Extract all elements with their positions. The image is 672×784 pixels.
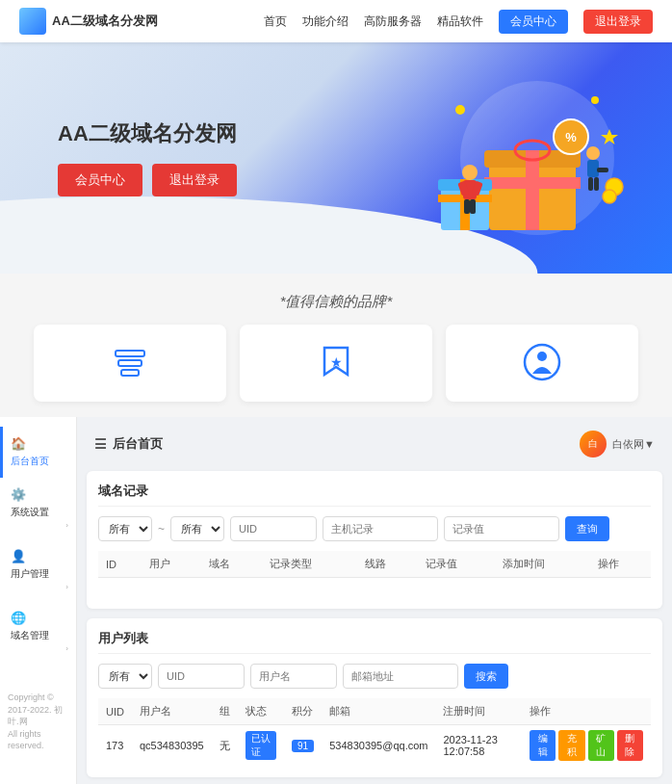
sidebar-label-settings: 系统设置 (11, 506, 49, 519)
user-filter-search-button[interactable]: 搜索 (464, 664, 508, 689)
user-col-status: 状态 (238, 698, 284, 725)
nav-software[interactable]: 精品软件 (437, 13, 483, 30)
user-username-cell: qc534830395 (132, 725, 212, 767)
domain-filter-uid[interactable] (230, 516, 317, 541)
user-col-username: 用户名 (132, 698, 212, 725)
avatar: 白 (580, 431, 607, 457)
navbar: AA二级域名分发网 首页 功能介绍 高防服务器 精品软件 会员中心 退出登录 (0, 0, 672, 42)
admin-page-title: 后台首页 (113, 435, 163, 453)
svg-point-29 (525, 345, 559, 379)
user-actions-cell: 编辑 充积 矿山 删除 (522, 725, 651, 767)
sidebar: 🏠 后台首页 ⚙️ 系统设置 › 👤 用户管理 › 🌐 域名管理 › Copyr… (0, 417, 77, 784)
user-list-section: 用户列表 所有 搜索 UID 用户名 组 状态 积分 (87, 618, 662, 777)
domain-filter-type1[interactable]: 所有 (98, 516, 152, 541)
recharge-button[interactable]: 充积 (558, 730, 584, 761)
delete-user-button[interactable]: 删除 (617, 730, 643, 761)
admin-avatar-group: 白 白依网▼ (580, 431, 655, 457)
user-col-group: 组 (212, 698, 238, 725)
svg-point-12 (455, 105, 465, 115)
user-filter-email[interactable] (343, 664, 458, 689)
sidebar-item-settings[interactable]: ⚙️ 系统设置 › (0, 478, 76, 539)
brand-title: *值得信赖的品牌* (19, 293, 653, 311)
admin-panel: 🏠 后台首页 ⚙️ 系统设置 › 👤 用户管理 › 🌐 域名管理 › Copyr… (0, 417, 672, 784)
user-status-cell: 已认证 (238, 725, 284, 767)
nav-server[interactable]: 高防服务器 (364, 13, 422, 30)
sidebar-label-dashboard: 后台首页 (11, 455, 49, 468)
settings-icon: ⚙️ (11, 487, 26, 502)
edit-user-button[interactable]: 编辑 (530, 730, 556, 761)
domain-icon: 🌐 (11, 611, 26, 625)
col-id: ID (98, 551, 142, 578)
hero-logout-button[interactable]: 退出登录 (152, 164, 237, 196)
nav-logout-button[interactable]: 退出登录 (583, 10, 653, 34)
brand-card-person (446, 325, 638, 402)
col-domain: 域名 (201, 551, 262, 578)
sidebar-item-dashboard[interactable]: 🏠 后台首页 (0, 427, 76, 478)
user-list-table: UID 用户名 组 状态 积分 邮箱 注册时间 操作 173 qc5348303… (98, 698, 651, 766)
svg-point-15 (462, 165, 478, 180)
user-email-cell: 534830395@qq.com (322, 725, 435, 767)
user-list-title: 用户列表 (98, 630, 651, 654)
user-col-action: 操作 (522, 698, 651, 725)
home-icon: 🏠 (11, 436, 26, 451)
domain-filter-value[interactable] (444, 516, 559, 541)
menu-icon: ☰ (94, 436, 107, 452)
domain-records-table-head: ID 用户 域名 记录类型 线路 记录值 添加时间 操作 (98, 551, 651, 578)
table-row: 173 qc534830395 无 已认证 91 534830395@qq.co… (98, 725, 651, 767)
svg-rect-3 (526, 150, 539, 230)
chevron-right-icon-2: › (65, 583, 68, 591)
hero-content: AA二级域名分发网 会员中心 退出登录 (0, 81, 295, 235)
brand-card-bookmark: ★ (240, 325, 432, 402)
hero-title: AA二级域名分发网 (58, 119, 237, 148)
user-col-uid: UID (98, 698, 132, 725)
col-user: 用户 (142, 551, 202, 578)
hero-member-button[interactable]: 会员中心 (58, 164, 142, 196)
hero-illustration: % (374, 62, 643, 254)
svg-rect-24 (588, 177, 593, 191)
score-badge: 91 (292, 740, 314, 752)
nav-links: 首页 功能介绍 高防服务器 精品软件 会员中心 退出登录 (264, 10, 653, 34)
domain-records-header-row: ID 用户 域名 记录类型 线路 记录值 添加时间 操作 (98, 551, 651, 578)
col-line: 线路 (357, 551, 418, 578)
sidebar-label-domains: 域名管理 (11, 629, 49, 642)
admin-username[interactable]: 白依网▼ (612, 437, 655, 452)
domain-filter-search-button[interactable]: 查询 (565, 516, 609, 541)
admin-header-title-group: ☰ 后台首页 (94, 435, 163, 453)
site-name: AA二级域名分发网 (52, 13, 158, 30)
status-badge: 已认证 (246, 731, 276, 760)
user-list-table-head: UID 用户名 组 状态 积分 邮箱 注册时间 操作 (98, 698, 651, 725)
svg-text:%: % (565, 130, 577, 144)
layers-icon (115, 350, 145, 377)
brand-card-layers (34, 325, 226, 402)
nav-member-button[interactable]: 会员中心 (499, 10, 568, 34)
brand-section: *值得信赖的品牌* ★ (0, 274, 672, 417)
col-value: 记录值 (418, 551, 496, 578)
domain-filter-host[interactable] (323, 516, 438, 541)
user-group-cell: 无 (212, 725, 238, 767)
sidebar-footer: Copyright © 2017-2022. 初叶.网 All rights r… (0, 682, 76, 762)
domain-records-table: ID 用户 域名 记录类型 线路 记录值 添加时间 操作 (98, 551, 651, 597)
sidebar-label-users: 用户管理 (11, 567, 49, 581)
user-filter-type[interactable]: 所有 (98, 664, 152, 689)
nav-home[interactable]: 首页 (264, 13, 287, 30)
sidebar-item-domains[interactable]: 🌐 域名管理 › (0, 601, 76, 663)
avatar-initials: 白 (588, 437, 598, 451)
admin-header: ☰ 后台首页 白 白依网▼ (87, 427, 662, 461)
nav-features[interactable]: 功能介绍 (302, 13, 349, 30)
svg-point-13 (591, 96, 599, 104)
topup-button[interactable]: 矿山 (588, 730, 614, 761)
sidebar-item-users[interactable]: 👤 用户管理 › (0, 539, 76, 601)
domain-records-table-body (98, 578, 651, 598)
site-logo: AA二级域名分发网 (19, 8, 158, 35)
domain-filter-type2[interactable]: 所有 (170, 516, 224, 541)
user-filter-uid[interactable] (158, 664, 245, 689)
chevron-right-icon: › (65, 521, 68, 530)
col-type: 记录类型 (262, 551, 357, 578)
svg-rect-25 (594, 177, 599, 191)
user-list-filters: 所有 搜索 (98, 664, 651, 689)
domain-records-empty-row (98, 578, 651, 598)
user-filter-username[interactable] (250, 664, 337, 689)
chevron-right-icon-3: › (65, 644, 68, 653)
svg-point-21 (586, 146, 600, 160)
svg-rect-20 (470, 199, 476, 214)
